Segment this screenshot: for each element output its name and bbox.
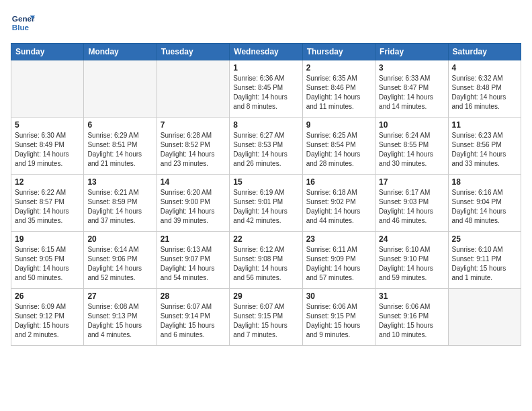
day-info: Sunrise: 6:23 AM Sunset: 8:56 PM Dayligh…	[452, 131, 517, 169]
day-info: Sunrise: 6:24 AM Sunset: 8:55 PM Dayligh…	[379, 131, 444, 169]
day-cell: 16Sunrise: 6:18 AM Sunset: 9:02 PM Dayli…	[302, 175, 375, 232]
day-cell: 25Sunrise: 6:10 AM Sunset: 9:11 PM Dayli…	[448, 232, 521, 289]
day-info: Sunrise: 6:30 AM Sunset: 8:49 PM Dayligh…	[15, 131, 80, 169]
calendar-table: SundayMondayTuesdayWednesdayThursdayFrid…	[11, 43, 521, 346]
day-cell: 28Sunrise: 6:07 AM Sunset: 9:14 PM Dayli…	[157, 289, 229, 346]
day-header-tuesday: Tuesday	[157, 44, 229, 60]
day-info: Sunrise: 6:15 AM Sunset: 9:05 PM Dayligh…	[15, 245, 80, 283]
day-cell: 4Sunrise: 6:32 AM Sunset: 8:48 PM Daylig…	[448, 60, 521, 118]
week-row-4: 19Sunrise: 6:15 AM Sunset: 9:05 PM Dayli…	[11, 232, 521, 289]
day-cell: 6Sunrise: 6:29 AM Sunset: 8:51 PM Daylig…	[84, 118, 157, 175]
day-cell: 22Sunrise: 6:12 AM Sunset: 9:08 PM Dayli…	[230, 232, 302, 289]
day-info: Sunrise: 6:10 AM Sunset: 9:10 PM Dayligh…	[379, 245, 444, 283]
day-number: 20	[87, 234, 152, 244]
day-number: 11	[452, 120, 517, 130]
day-cell: 31Sunrise: 6:06 AM Sunset: 9:16 PM Dayli…	[375, 289, 448, 346]
day-cell: 24Sunrise: 6:10 AM Sunset: 9:10 PM Dayli…	[375, 232, 448, 289]
day-cell: 15Sunrise: 6:19 AM Sunset: 9:01 PM Dayli…	[230, 175, 302, 232]
day-info: Sunrise: 6:21 AM Sunset: 8:59 PM Dayligh…	[87, 188, 152, 226]
day-number: 15	[233, 177, 298, 187]
page-header: General Blue	[11, 11, 521, 35]
day-info: Sunrise: 6:18 AM Sunset: 9:02 PM Dayligh…	[306, 188, 371, 226]
day-info: Sunrise: 6:36 AM Sunset: 8:45 PM Dayligh…	[233, 74, 298, 111]
day-info: Sunrise: 6:08 AM Sunset: 9:13 PM Dayligh…	[87, 302, 152, 340]
day-info: Sunrise: 6:20 AM Sunset: 9:00 PM Dayligh…	[161, 188, 226, 226]
day-number: 23	[306, 234, 371, 244]
day-cell: 2Sunrise: 6:35 AM Sunset: 8:46 PM Daylig…	[302, 60, 375, 118]
day-number: 1	[233, 63, 298, 73]
day-cell	[448, 289, 521, 346]
day-number: 13	[87, 177, 152, 187]
week-row-1: 1Sunrise: 6:36 AM Sunset: 8:45 PM Daylig…	[11, 60, 521, 118]
day-number: 18	[452, 177, 517, 187]
day-header-wednesday: Wednesday	[230, 44, 302, 60]
day-cell: 1Sunrise: 6:36 AM Sunset: 8:45 PM Daylig…	[230, 60, 302, 118]
day-info: Sunrise: 6:16 AM Sunset: 9:04 PM Dayligh…	[452, 188, 517, 226]
day-info: Sunrise: 6:32 AM Sunset: 8:48 PM Dayligh…	[452, 74, 517, 111]
svg-text:Blue: Blue	[12, 23, 30, 32]
day-cell	[157, 60, 229, 118]
day-cell: 13Sunrise: 6:21 AM Sunset: 8:59 PM Dayli…	[84, 175, 157, 232]
day-cell: 7Sunrise: 6:28 AM Sunset: 8:52 PM Daylig…	[157, 118, 229, 175]
logo: General Blue	[11, 11, 35, 35]
day-info: Sunrise: 6:09 AM Sunset: 9:12 PM Dayligh…	[15, 302, 80, 340]
day-info: Sunrise: 6:35 AM Sunset: 8:46 PM Dayligh…	[306, 74, 371, 111]
day-info: Sunrise: 6:10 AM Sunset: 9:11 PM Dayligh…	[452, 245, 517, 283]
day-header-thursday: Thursday	[302, 44, 375, 60]
week-row-3: 12Sunrise: 6:22 AM Sunset: 8:57 PM Dayli…	[11, 175, 521, 232]
day-number: 10	[379, 120, 444, 130]
day-cell: 5Sunrise: 6:30 AM Sunset: 8:49 PM Daylig…	[11, 118, 84, 175]
day-number: 29	[233, 291, 298, 301]
day-info: Sunrise: 6:12 AM Sunset: 9:08 PM Dayligh…	[233, 245, 298, 283]
day-number: 22	[233, 234, 298, 244]
day-cell: 29Sunrise: 6:07 AM Sunset: 9:15 PM Dayli…	[230, 289, 302, 346]
day-header-saturday: Saturday	[448, 44, 521, 60]
day-info: Sunrise: 6:29 AM Sunset: 8:51 PM Dayligh…	[87, 131, 152, 169]
week-row-2: 5Sunrise: 6:30 AM Sunset: 8:49 PM Daylig…	[11, 118, 521, 175]
day-cell	[84, 60, 157, 118]
day-number: 21	[161, 234, 226, 244]
day-number: 24	[379, 234, 444, 244]
day-cell: 11Sunrise: 6:23 AM Sunset: 8:56 PM Dayli…	[448, 118, 521, 175]
week-row-5: 26Sunrise: 6:09 AM Sunset: 9:12 PM Dayli…	[11, 289, 521, 346]
logo-icon: General Blue	[11, 11, 35, 35]
day-number: 19	[15, 234, 80, 244]
day-cell: 20Sunrise: 6:14 AM Sunset: 9:06 PM Dayli…	[84, 232, 157, 289]
day-number: 3	[379, 63, 444, 73]
day-info: Sunrise: 6:25 AM Sunset: 8:54 PM Dayligh…	[306, 131, 371, 169]
day-cell	[11, 60, 84, 118]
day-info: Sunrise: 6:07 AM Sunset: 9:14 PM Dayligh…	[161, 302, 226, 340]
day-cell: 30Sunrise: 6:06 AM Sunset: 9:15 PM Dayli…	[302, 289, 375, 346]
day-number: 4	[452, 63, 517, 73]
day-cell: 17Sunrise: 6:17 AM Sunset: 9:03 PM Dayli…	[375, 175, 448, 232]
day-info: Sunrise: 6:27 AM Sunset: 8:53 PM Dayligh…	[233, 131, 298, 169]
day-cell: 18Sunrise: 6:16 AM Sunset: 9:04 PM Dayli…	[448, 175, 521, 232]
day-number: 30	[306, 291, 371, 301]
day-info: Sunrise: 6:11 AM Sunset: 9:09 PM Dayligh…	[306, 245, 371, 283]
day-number: 12	[15, 177, 80, 187]
day-info: Sunrise: 6:28 AM Sunset: 8:52 PM Dayligh…	[161, 131, 226, 169]
day-cell: 21Sunrise: 6:13 AM Sunset: 9:07 PM Dayli…	[157, 232, 229, 289]
day-info: Sunrise: 6:14 AM Sunset: 9:06 PM Dayligh…	[87, 245, 152, 283]
day-info: Sunrise: 6:22 AM Sunset: 8:57 PM Dayligh…	[15, 188, 80, 226]
day-number: 26	[15, 291, 80, 301]
day-number: 31	[379, 291, 444, 301]
day-number: 25	[452, 234, 517, 244]
day-cell: 23Sunrise: 6:11 AM Sunset: 9:09 PM Dayli…	[302, 232, 375, 289]
day-number: 14	[161, 177, 226, 187]
day-cell: 14Sunrise: 6:20 AM Sunset: 9:00 PM Dayli…	[157, 175, 229, 232]
day-info: Sunrise: 6:33 AM Sunset: 8:47 PM Dayligh…	[379, 74, 444, 111]
day-number: 8	[233, 120, 298, 130]
day-info: Sunrise: 6:13 AM Sunset: 9:07 PM Dayligh…	[161, 245, 226, 283]
day-number: 7	[161, 120, 226, 130]
day-number: 27	[87, 291, 152, 301]
day-cell: 10Sunrise: 6:24 AM Sunset: 8:55 PM Dayli…	[375, 118, 448, 175]
svg-text:General: General	[12, 14, 35, 23]
day-header-sunday: Sunday	[11, 44, 84, 60]
day-cell: 26Sunrise: 6:09 AM Sunset: 9:12 PM Dayli…	[11, 289, 84, 346]
day-info: Sunrise: 6:17 AM Sunset: 9:03 PM Dayligh…	[379, 188, 444, 226]
day-cell: 27Sunrise: 6:08 AM Sunset: 9:13 PM Dayli…	[84, 289, 157, 346]
day-number: 17	[379, 177, 444, 187]
day-cell: 12Sunrise: 6:22 AM Sunset: 8:57 PM Dayli…	[11, 175, 84, 232]
day-info: Sunrise: 6:06 AM Sunset: 9:15 PM Dayligh…	[306, 302, 371, 340]
